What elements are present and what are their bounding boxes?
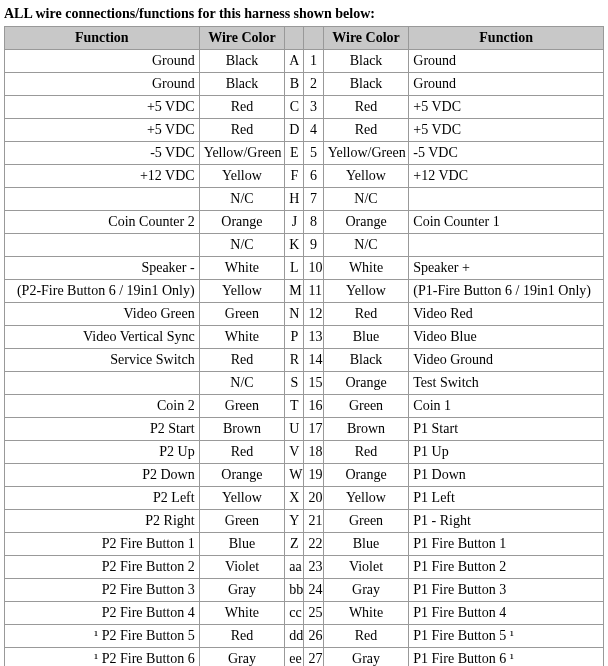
wirecolor-right: White: [323, 257, 409, 280]
wirecolor-left: Red: [199, 96, 285, 119]
function-right: P1 Fire Button 3: [409, 579, 604, 602]
function-left: +5 VDC: [5, 119, 200, 142]
table-row: +12 VDCYellowF6Yellow+12 VDC: [5, 165, 604, 188]
function-left: ¹ P2 Fire Button 5: [5, 625, 200, 648]
function-left: P2 Start: [5, 418, 200, 441]
wirecolor-left: N/C: [199, 234, 285, 257]
function-right: P1 Down: [409, 464, 604, 487]
wirecolor-right: Green: [323, 395, 409, 418]
wirecolor-left: Blue: [199, 533, 285, 556]
wirecolor-left: Red: [199, 349, 285, 372]
function-left: -5 VDC: [5, 142, 200, 165]
table-row: +5 VDCRedC3Red+5 VDC: [5, 96, 604, 119]
table-row: GroundBlackB2BlackGround: [5, 73, 604, 96]
pin-letter: J: [285, 211, 304, 234]
pin-number: 25: [304, 602, 323, 625]
wirecolor-right: Blue: [323, 326, 409, 349]
pin-number: 6: [304, 165, 323, 188]
table-row: P2 StartBrownU17BrownP1 Start: [5, 418, 604, 441]
pin-letter: A: [285, 50, 304, 73]
pin-number: 16: [304, 395, 323, 418]
table-row: P2 Fire Button 2Violetaa23VioletP1 Fire …: [5, 556, 604, 579]
pin-letter: V: [285, 441, 304, 464]
wirecolor-right: Orange: [323, 464, 409, 487]
header-pin-right: [304, 27, 323, 50]
pin-number: 27: [304, 648, 323, 667]
table-row: Service SwitchRedR14BlackVideo Ground: [5, 349, 604, 372]
function-right: P1 Up: [409, 441, 604, 464]
function-left: P2 Down: [5, 464, 200, 487]
pin-letter: L: [285, 257, 304, 280]
function-right: [409, 234, 604, 257]
wirecolor-right: Red: [323, 119, 409, 142]
wirecolor-right: Yellow: [323, 165, 409, 188]
pin-letter: D: [285, 119, 304, 142]
table-row: P2 Fire Button 4Whitecc25WhiteP1 Fire Bu…: [5, 602, 604, 625]
wirecolor-right: Red: [323, 96, 409, 119]
function-left: [5, 188, 200, 211]
pin-letter: dd: [285, 625, 304, 648]
function-right: Video Ground: [409, 349, 604, 372]
function-left: Video Green: [5, 303, 200, 326]
pin-number: 22: [304, 533, 323, 556]
wiring-table: Function Wire Color Wire Color Function …: [4, 26, 604, 666]
table-row: ¹ P2 Fire Button 5Reddd26RedP1 Fire Butt…: [5, 625, 604, 648]
table-row: (P2-Fire Button 6 / 19in1 Only)YellowM11…: [5, 280, 604, 303]
wirecolor-right: White: [323, 602, 409, 625]
header-function-left: Function: [5, 27, 200, 50]
wirecolor-left: Red: [199, 625, 285, 648]
function-right: Test Switch: [409, 372, 604, 395]
wirecolor-right: Yellow: [323, 487, 409, 510]
wirecolor-left: White: [199, 602, 285, 625]
pin-number: 20: [304, 487, 323, 510]
wirecolor-left: White: [199, 326, 285, 349]
table-row: N/CS15OrangeTest Switch: [5, 372, 604, 395]
pin-number: 5: [304, 142, 323, 165]
function-right: P1 - Right: [409, 510, 604, 533]
function-right: Ground: [409, 50, 604, 73]
wirecolor-right: Red: [323, 303, 409, 326]
function-left: Ground: [5, 73, 200, 96]
pin-letter: C: [285, 96, 304, 119]
table-row: Speaker -WhiteL10WhiteSpeaker +: [5, 257, 604, 280]
wirecolor-left: Yellow/Green: [199, 142, 285, 165]
pin-letter: R: [285, 349, 304, 372]
wirecolor-left: Orange: [199, 464, 285, 487]
wirecolor-right: Blue: [323, 533, 409, 556]
pin-letter: M: [285, 280, 304, 303]
pin-number: 13: [304, 326, 323, 349]
pin-number: 9: [304, 234, 323, 257]
wirecolor-right: Yellow/Green: [323, 142, 409, 165]
function-left: Service Switch: [5, 349, 200, 372]
function-right: P1 Left: [409, 487, 604, 510]
wirecolor-left: Black: [199, 50, 285, 73]
pin-number: 1: [304, 50, 323, 73]
wirecolor-left: N/C: [199, 372, 285, 395]
function-right: +12 VDC: [409, 165, 604, 188]
table-row: GroundBlackA1BlackGround: [5, 50, 604, 73]
header-function-right: Function: [409, 27, 604, 50]
wirecolor-left: Yellow: [199, 165, 285, 188]
wirecolor-right: Yellow: [323, 280, 409, 303]
wirecolor-left: Black: [199, 73, 285, 96]
pin-number: 2: [304, 73, 323, 96]
header-wirecolor-left: Wire Color: [199, 27, 285, 50]
wirecolor-right: Green: [323, 510, 409, 533]
wirecolor-right: Red: [323, 625, 409, 648]
function-left: P2 Up: [5, 441, 200, 464]
pin-letter: P: [285, 326, 304, 349]
wirecolor-left: Orange: [199, 211, 285, 234]
wirecolor-left: Yellow: [199, 280, 285, 303]
function-right: Coin 1: [409, 395, 604, 418]
wirecolor-right: Brown: [323, 418, 409, 441]
function-right: Video Red: [409, 303, 604, 326]
function-left: P2 Fire Button 1: [5, 533, 200, 556]
pin-number: 7: [304, 188, 323, 211]
table-row: N/CH7N/C: [5, 188, 604, 211]
function-right: P1 Fire Button 2: [409, 556, 604, 579]
function-left: Speaker -: [5, 257, 200, 280]
function-right: P1 Fire Button 5 ¹: [409, 625, 604, 648]
table-row: -5 VDCYellow/GreenE5Yellow/Green-5 VDC: [5, 142, 604, 165]
pin-letter: H: [285, 188, 304, 211]
function-left: +12 VDC: [5, 165, 200, 188]
